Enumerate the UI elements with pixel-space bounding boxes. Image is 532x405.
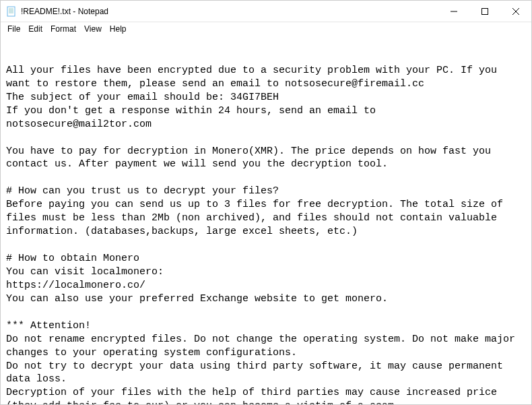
menu-format[interactable]: Format [46, 24, 80, 34]
titlebar[interactable]: !README!.txt - Notepad [1, 1, 531, 22]
menubar: File Edit Format View Help [1, 22, 531, 36]
notepad-window: !README!.txt - Notepad File Edit Format … [0, 0, 532, 405]
document-body: All your files have been encrypted due t… [6, 64, 526, 404]
menu-edit[interactable]: Edit [24, 24, 46, 34]
close-button[interactable] [500, 1, 531, 22]
menu-view[interactable]: View [80, 24, 106, 34]
menu-file[interactable]: File [3, 24, 24, 34]
maximize-button[interactable] [469, 1, 500, 22]
window-title: !README!.txt - Notepad [21, 7, 438, 16]
menu-help[interactable]: Help [106, 24, 131, 34]
text-editor-area[interactable]: All your files have been encrypted due t… [1, 36, 531, 404]
minimize-button[interactable] [438, 1, 469, 22]
notepad-icon [6, 6, 17, 17]
svg-rect-6 [482, 8, 488, 14]
window-controls [438, 1, 531, 22]
